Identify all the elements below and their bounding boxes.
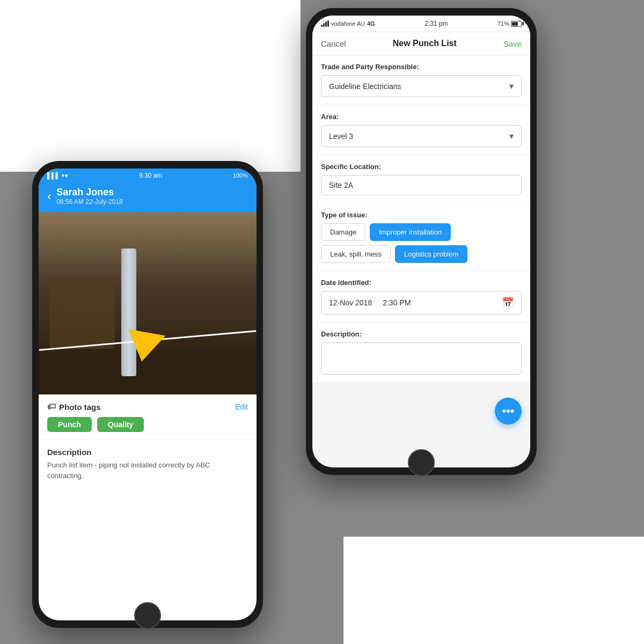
phone1-header: ‹ Sarah Jones 08:56 AM 22-July-2018	[39, 182, 257, 212]
save-button[interactable]: Save	[503, 39, 522, 48]
carrier-label: vodafone AU	[331, 20, 365, 27]
location-label: Specific Location:	[321, 163, 522, 171]
tag-quality[interactable]: Quality	[97, 417, 144, 432]
phone-left: ▌▌▌ ▾▾ 9:30 am 100% ‹ Sarah Jones 08:56 …	[32, 161, 263, 628]
issue-logistics[interactable]: Logistics problem	[395, 245, 467, 263]
date-row[interactable]: 12-Nov 2018 2:30 PM 📅	[321, 291, 522, 314]
fab-dots: •••	[502, 404, 514, 418]
statusbar-battery: 71%	[497, 20, 522, 27]
issue-improper-installation[interactable]: Improper installation	[370, 223, 451, 241]
trade-value: Guideline Electricians	[329, 82, 401, 91]
soil-detail	[49, 276, 115, 349]
photo-tags-header: 🏷 Photo tags Edit	[47, 402, 248, 412]
issue-damage[interactable]: Damage	[321, 223, 365, 241]
battery-icon	[511, 21, 522, 27]
user-datetime: 08:56 AM 22-July-2018	[56, 198, 122, 206]
photo-tags-title: 🏷 Photo tags	[47, 402, 101, 412]
trade-label: Trade and Party Responsible:	[321, 63, 522, 71]
edit-tags-button[interactable]: Edit	[235, 402, 248, 411]
phone-right-screen: vodafone AU 4G 2:31 pm 71% Cancel New Pu…	[312, 16, 530, 467]
tag-icon: 🏷	[47, 402, 56, 412]
location-value: Site 2A	[329, 181, 353, 189]
area-select[interactable]: Level 3 ▾	[321, 125, 522, 147]
username: Sarah Jones	[56, 187, 122, 198]
signal-bars-icon: ▌▌▌	[47, 172, 60, 179]
description-input[interactable]	[321, 342, 522, 375]
area-value: Level 3	[329, 132, 353, 141]
new-punch-list-title: New Punch List	[393, 39, 457, 48]
tag-punch[interactable]: Punch	[47, 417, 92, 432]
location-section: Specific Location: Site 2A	[312, 155, 530, 203]
statusbar-signal: vodafone AU 4G	[321, 20, 375, 27]
trade-dropdown-icon: ▾	[509, 81, 514, 91]
issue-section: Type of issue: Damage Improper installat…	[312, 203, 530, 271]
trade-select[interactable]: Guideline Electricians ▾	[321, 75, 522, 97]
location-input[interactable]: Site 2A	[321, 175, 522, 195]
phone1-statusbar: ▌▌▌ ▾▾ 9:30 am 100%	[39, 169, 257, 182]
photo-tags-section: 🏷 Photo tags Edit Punch Quality	[39, 394, 257, 440]
phone-left-notch	[121, 164, 174, 169]
background-white-topleft	[0, 0, 301, 172]
time-value: 2:30 PM	[383, 298, 411, 307]
cancel-button[interactable]: Cancel	[321, 39, 346, 48]
phone1-time: 9:30 am	[139, 172, 162, 179]
calendar-icon: 📅	[502, 297, 514, 309]
excavation-photo	[39, 212, 257, 394]
phone2-header: Cancel New Punch List Save	[312, 32, 530, 55]
description-section: Description Punch list item - piping not…	[39, 440, 257, 488]
signal-wifi: ▌▌▌ ▾▾	[47, 172, 68, 179]
fab-button[interactable]: •••	[495, 398, 522, 425]
description-form-section: Description:	[312, 323, 530, 383]
issue-leak-spill[interactable]: Leak, spill, mess	[321, 245, 391, 263]
wifi-icon: ▾▾	[62, 172, 68, 179]
phone1-battery: 100%	[233, 172, 248, 179]
trade-section: Trade and Party Responsible: Guideline E…	[312, 55, 530, 105]
battery-pct-label: 71%	[497, 20, 509, 27]
network-label: 4G	[367, 20, 375, 27]
issue-types: Damage Improper installation Leak, spill…	[321, 223, 522, 263]
user-info: Sarah Jones 08:56 AM 22-July-2018	[56, 187, 122, 206]
back-button[interactable]: ‹	[47, 189, 51, 203]
phone2-time: 2:31 pm	[425, 20, 448, 27]
phone2-statusbar: vodafone AU 4G 2:31 pm 71%	[312, 16, 530, 32]
date-label: Date identified:	[321, 279, 522, 287]
phone-right-home-button[interactable]	[408, 449, 435, 476]
background-white-bottomright	[343, 537, 644, 644]
photo-area	[39, 212, 257, 394]
form-content: Trade and Party Responsible: Guideline E…	[312, 55, 530, 383]
tags-row: Punch Quality	[47, 417, 248, 432]
photo-tags-label: Photo tags	[59, 402, 101, 412]
date-section: Date identified: 12-Nov 2018 2:30 PM 📅	[312, 271, 530, 323]
phone-right: vodafone AU 4G 2:31 pm 71% Cancel New Pu…	[306, 8, 537, 475]
issue-label: Type of issue:	[321, 211, 522, 219]
battery-fill	[512, 22, 518, 26]
area-section: Area: Level 3 ▾	[312, 105, 530, 155]
flag	[123, 329, 165, 364]
description-text: Punch list item - piping not installed c…	[47, 460, 248, 481]
date-value: 12-Nov 2018	[329, 298, 372, 307]
description-form-label: Description:	[321, 330, 522, 338]
phone-left-home-button[interactable]	[134, 602, 161, 629]
phone-left-screen: ▌▌▌ ▾▾ 9:30 am 100% ‹ Sarah Jones 08:56 …	[39, 169, 257, 620]
phone-right-notch	[394, 11, 448, 16]
area-label: Area:	[321, 113, 522, 121]
signal-bars-icon	[321, 20, 329, 27]
area-dropdown-icon: ▾	[509, 131, 514, 141]
description-title: Description	[47, 448, 248, 457]
